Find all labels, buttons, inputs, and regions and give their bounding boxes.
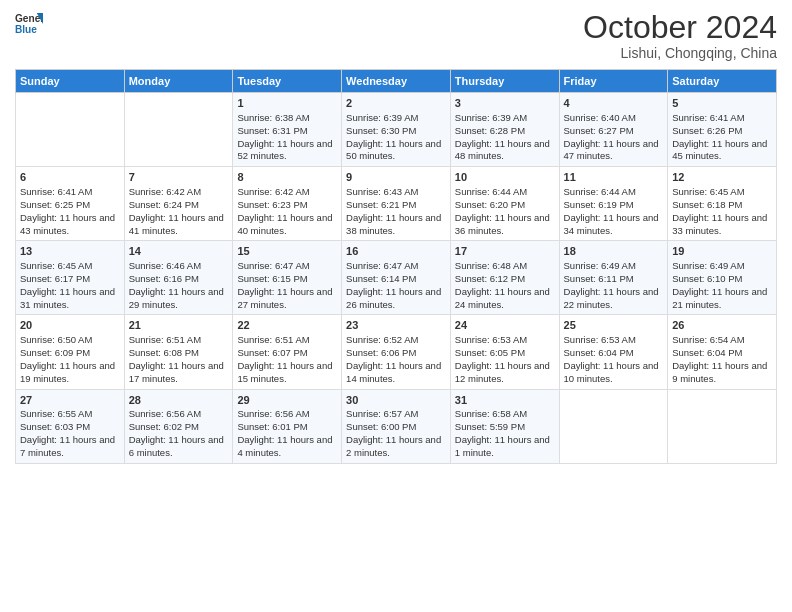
day-number: 9 bbox=[346, 170, 446, 185]
daylight-text: Daylight: 11 hours and 31 minutes. bbox=[20, 286, 115, 310]
sunrise-text: Sunrise: 6:41 AM bbox=[20, 186, 92, 197]
day-number: 5 bbox=[672, 96, 772, 111]
sunset-text: Sunset: 6:12 PM bbox=[455, 273, 525, 284]
day-number: 15 bbox=[237, 244, 337, 259]
header-sunday: Sunday bbox=[16, 70, 125, 93]
calendar-cell: 16Sunrise: 6:47 AMSunset: 6:14 PMDayligh… bbox=[342, 241, 451, 315]
daylight-text: Daylight: 11 hours and 34 minutes. bbox=[564, 212, 659, 236]
sunrise-text: Sunrise: 6:54 AM bbox=[672, 334, 744, 345]
logo-icon: General Blue bbox=[15, 10, 43, 38]
sunset-text: Sunset: 6:15 PM bbox=[237, 273, 307, 284]
weekday-header-row: Sunday Monday Tuesday Wednesday Thursday… bbox=[16, 70, 777, 93]
daylight-text: Daylight: 11 hours and 26 minutes. bbox=[346, 286, 441, 310]
daylight-text: Daylight: 11 hours and 21 minutes. bbox=[672, 286, 767, 310]
day-number: 3 bbox=[455, 96, 555, 111]
calendar-cell: 2Sunrise: 6:39 AMSunset: 6:30 PMDaylight… bbox=[342, 93, 451, 167]
calendar-cell: 1Sunrise: 6:38 AMSunset: 6:31 PMDaylight… bbox=[233, 93, 342, 167]
header-friday: Friday bbox=[559, 70, 668, 93]
calendar-cell: 4Sunrise: 6:40 AMSunset: 6:27 PMDaylight… bbox=[559, 93, 668, 167]
calendar-cell bbox=[668, 389, 777, 463]
header-thursday: Thursday bbox=[450, 70, 559, 93]
sunrise-text: Sunrise: 6:56 AM bbox=[237, 408, 309, 419]
sunset-text: Sunset: 6:30 PM bbox=[346, 125, 416, 136]
header-tuesday: Tuesday bbox=[233, 70, 342, 93]
daylight-text: Daylight: 11 hours and 19 minutes. bbox=[20, 360, 115, 384]
sunset-text: Sunset: 6:06 PM bbox=[346, 347, 416, 358]
sunset-text: Sunset: 6:24 PM bbox=[129, 199, 199, 210]
sunset-text: Sunset: 6:00 PM bbox=[346, 421, 416, 432]
sunset-text: Sunset: 5:59 PM bbox=[455, 421, 525, 432]
daylight-text: Daylight: 11 hours and 4 minutes. bbox=[237, 434, 332, 458]
calendar-cell: 5Sunrise: 6:41 AMSunset: 6:26 PMDaylight… bbox=[668, 93, 777, 167]
calendar-cell: 24Sunrise: 6:53 AMSunset: 6:05 PMDayligh… bbox=[450, 315, 559, 389]
day-number: 18 bbox=[564, 244, 664, 259]
calendar-cell: 6Sunrise: 6:41 AMSunset: 6:25 PMDaylight… bbox=[16, 167, 125, 241]
sunset-text: Sunset: 6:18 PM bbox=[672, 199, 742, 210]
sunset-text: Sunset: 6:17 PM bbox=[20, 273, 90, 284]
daylight-text: Daylight: 11 hours and 45 minutes. bbox=[672, 138, 767, 162]
sunrise-text: Sunrise: 6:39 AM bbox=[455, 112, 527, 123]
sunset-text: Sunset: 6:27 PM bbox=[564, 125, 634, 136]
sunset-text: Sunset: 6:08 PM bbox=[129, 347, 199, 358]
header-saturday: Saturday bbox=[668, 70, 777, 93]
sunset-text: Sunset: 6:09 PM bbox=[20, 347, 90, 358]
sunrise-text: Sunrise: 6:49 AM bbox=[672, 260, 744, 271]
sunrise-text: Sunrise: 6:39 AM bbox=[346, 112, 418, 123]
daylight-text: Daylight: 11 hours and 41 minutes. bbox=[129, 212, 224, 236]
sunset-text: Sunset: 6:19 PM bbox=[564, 199, 634, 210]
sunrise-text: Sunrise: 6:48 AM bbox=[455, 260, 527, 271]
sunrise-text: Sunrise: 6:55 AM bbox=[20, 408, 92, 419]
sunrise-text: Sunrise: 6:38 AM bbox=[237, 112, 309, 123]
day-number: 27 bbox=[20, 393, 120, 408]
sunset-text: Sunset: 6:31 PM bbox=[237, 125, 307, 136]
sunrise-text: Sunrise: 6:44 AM bbox=[455, 186, 527, 197]
daylight-text: Daylight: 11 hours and 2 minutes. bbox=[346, 434, 441, 458]
daylight-text: Daylight: 11 hours and 24 minutes. bbox=[455, 286, 550, 310]
daylight-text: Daylight: 11 hours and 33 minutes. bbox=[672, 212, 767, 236]
daylight-text: Daylight: 11 hours and 7 minutes. bbox=[20, 434, 115, 458]
sunrise-text: Sunrise: 6:42 AM bbox=[237, 186, 309, 197]
day-number: 14 bbox=[129, 244, 229, 259]
calendar-table: Sunday Monday Tuesday Wednesday Thursday… bbox=[15, 69, 777, 463]
calendar-cell: 8Sunrise: 6:42 AMSunset: 6:23 PMDaylight… bbox=[233, 167, 342, 241]
daylight-text: Daylight: 11 hours and 36 minutes. bbox=[455, 212, 550, 236]
calendar-cell bbox=[16, 93, 125, 167]
logo: General Blue bbox=[15, 10, 43, 38]
day-number: 11 bbox=[564, 170, 664, 185]
day-number: 29 bbox=[237, 393, 337, 408]
sunrise-text: Sunrise: 6:45 AM bbox=[672, 186, 744, 197]
day-number: 2 bbox=[346, 96, 446, 111]
daylight-text: Daylight: 11 hours and 1 minute. bbox=[455, 434, 550, 458]
sunset-text: Sunset: 6:05 PM bbox=[455, 347, 525, 358]
day-number: 28 bbox=[129, 393, 229, 408]
calendar-cell bbox=[124, 93, 233, 167]
daylight-text: Daylight: 11 hours and 52 minutes. bbox=[237, 138, 332, 162]
calendar-cell: 30Sunrise: 6:57 AMSunset: 6:00 PMDayligh… bbox=[342, 389, 451, 463]
calendar-cell: 14Sunrise: 6:46 AMSunset: 6:16 PMDayligh… bbox=[124, 241, 233, 315]
calendar-cell: 13Sunrise: 6:45 AMSunset: 6:17 PMDayligh… bbox=[16, 241, 125, 315]
calendar-cell: 11Sunrise: 6:44 AMSunset: 6:19 PMDayligh… bbox=[559, 167, 668, 241]
sunset-text: Sunset: 6:16 PM bbox=[129, 273, 199, 284]
daylight-text: Daylight: 11 hours and 47 minutes. bbox=[564, 138, 659, 162]
day-number: 12 bbox=[672, 170, 772, 185]
calendar-week-row: 6Sunrise: 6:41 AMSunset: 6:25 PMDaylight… bbox=[16, 167, 777, 241]
day-number: 19 bbox=[672, 244, 772, 259]
sunset-text: Sunset: 6:03 PM bbox=[20, 421, 90, 432]
day-number: 20 bbox=[20, 318, 120, 333]
day-number: 24 bbox=[455, 318, 555, 333]
day-number: 4 bbox=[564, 96, 664, 111]
page-header: General Blue October 2024 Lishui, Chongq… bbox=[15, 10, 777, 61]
sunset-text: Sunset: 6:02 PM bbox=[129, 421, 199, 432]
daylight-text: Daylight: 11 hours and 22 minutes. bbox=[564, 286, 659, 310]
daylight-text: Daylight: 11 hours and 17 minutes. bbox=[129, 360, 224, 384]
sunset-text: Sunset: 6:04 PM bbox=[672, 347, 742, 358]
sunset-text: Sunset: 6:01 PM bbox=[237, 421, 307, 432]
calendar-cell: 3Sunrise: 6:39 AMSunset: 6:28 PMDaylight… bbox=[450, 93, 559, 167]
day-number: 25 bbox=[564, 318, 664, 333]
sunrise-text: Sunrise: 6:58 AM bbox=[455, 408, 527, 419]
calendar-cell: 29Sunrise: 6:56 AMSunset: 6:01 PMDayligh… bbox=[233, 389, 342, 463]
sunrise-text: Sunrise: 6:47 AM bbox=[237, 260, 309, 271]
day-number: 16 bbox=[346, 244, 446, 259]
day-number: 7 bbox=[129, 170, 229, 185]
calendar-week-row: 27Sunrise: 6:55 AMSunset: 6:03 PMDayligh… bbox=[16, 389, 777, 463]
